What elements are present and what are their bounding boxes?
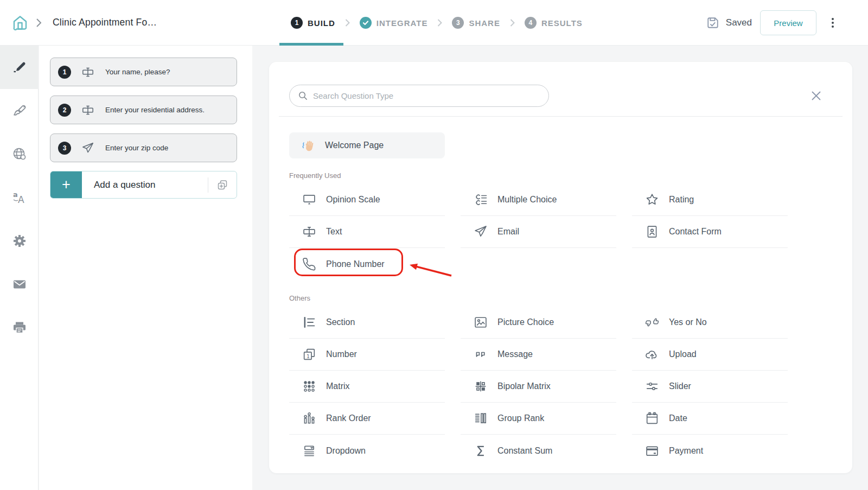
svg-text:A: A	[18, 194, 24, 205]
others-grid: Section Picture Choice	[289, 307, 788, 467]
question-type-email[interactable]: Email	[461, 216, 616, 248]
question-type-number[interactable]: 1 Number	[289, 339, 445, 371]
date-icon	[644, 411, 660, 426]
rail-item-gear-icon[interactable]	[0, 219, 39, 263]
chevron-right-icon	[437, 18, 443, 27]
rail-item-translate-icon[interactable]: a A	[0, 176, 39, 219]
step-check-icon	[360, 17, 372, 29]
red-arrow-annotation	[406, 260, 456, 278]
question-item-3[interactable]: 3 Enter your zip code	[50, 133, 237, 162]
opinion-scale-icon	[302, 192, 317, 207]
question-type-multiple-choice[interactable]: Multiple Choice	[461, 184, 616, 216]
question-type-rank-order[interactable]: Rank Order	[289, 403, 445, 435]
multiple-choice-icon	[473, 192, 488, 207]
rank-order-icon	[302, 411, 317, 426]
close-icon[interactable]	[808, 88, 824, 104]
rail-item-globe-icon[interactable]	[0, 132, 39, 176]
waving-hand-icon	[302, 138, 316, 152]
step-number-badge: 3	[452, 17, 464, 29]
kebab-menu-icon[interactable]	[828, 15, 838, 31]
text-input-icon	[81, 65, 95, 79]
message-icon	[473, 347, 488, 362]
yes-no-icon	[644, 315, 660, 330]
main-area: Welcome Page Frequently Used Opinion Sca…	[253, 46, 868, 490]
upload-icon	[644, 347, 660, 362]
text-input-icon	[81, 103, 95, 117]
frequently-used-grid: Opinion Scale Multiple Choice Rating	[289, 184, 788, 280]
rail-item-printer-icon[interactable]	[0, 306, 39, 349]
add-question-button[interactable]: +	[50, 171, 82, 199]
question-type-picture-choice[interactable]: Picture Choice	[461, 307, 616, 339]
question-label: Enter your residential address.	[105, 106, 205, 114]
section-icon	[302, 315, 317, 330]
question-type-dropdown[interactable]: Dropdown	[289, 435, 445, 467]
question-number-badge: 2	[58, 104, 71, 117]
picture-choice-icon	[473, 315, 488, 330]
question-type-group-rank[interactable]: Group Rank	[461, 403, 616, 435]
step-label: SHARE	[469, 18, 500, 28]
chevron-right-icon	[509, 18, 515, 27]
rail-item-build-pencil-icon[interactable]	[0, 46, 39, 89]
slider-icon	[644, 379, 660, 394]
dropdown-icon	[302, 443, 317, 459]
rail-item-mail-icon[interactable]	[0, 263, 39, 306]
svg-text:a: a	[13, 190, 18, 199]
search-icon	[298, 91, 308, 101]
question-type-opinion-scale[interactable]: Opinion Scale	[289, 184, 445, 216]
question-type-bipolar-matrix[interactable]: Bipolar Matrix	[461, 371, 616, 403]
group-rank-icon	[473, 411, 488, 426]
question-number-badge: 3	[58, 142, 71, 155]
question-type-contact-form[interactable]: Contact Form	[632, 216, 788, 248]
question-type-message[interactable]: Message	[461, 339, 616, 371]
add-question-label[interactable]: Add a question	[94, 180, 155, 190]
contact-form-icon	[644, 224, 660, 239]
tab-integrate[interactable]: INTEGRATE	[360, 17, 428, 29]
section-title-others: Others	[289, 294, 852, 302]
duplicate-question-icon[interactable]	[208, 171, 237, 199]
number-icon: 1	[302, 347, 317, 362]
constant-sum-icon	[473, 443, 488, 459]
welcome-page-item[interactable]: Welcome Page	[289, 132, 445, 158]
preview-button[interactable]: Preview	[760, 10, 816, 35]
save-status: Saved	[705, 15, 752, 30]
empty-grid-cell	[632, 248, 788, 280]
question-type-date[interactable]: Date	[632, 403, 788, 435]
question-item-1[interactable]: 1 Your name, please?	[50, 58, 237, 86]
question-list-panel: 1 Your name, please? 2 Enter your reside…	[39, 46, 252, 490]
active-tab-underline	[279, 43, 343, 46]
tool-rail: a A	[0, 46, 39, 490]
question-type-constant-sum[interactable]: Constant Sum	[461, 435, 616, 467]
section-title-frequently-used: Frequently Used	[289, 171, 852, 180]
phone-icon	[302, 257, 317, 272]
welcome-page-label: Welcome Page	[325, 141, 384, 150]
question-type-payment[interactable]: Payment	[632, 435, 788, 467]
step-number-badge: 4	[525, 17, 537, 29]
search-input[interactable]	[313, 91, 541, 100]
saved-label: Saved	[726, 17, 752, 28]
question-type-slider[interactable]: Slider	[632, 371, 788, 403]
question-type-rating[interactable]: Rating	[632, 184, 788, 216]
question-item-2[interactable]: 2 Enter your residential address.	[50, 96, 237, 124]
breadcrumb-form-title[interactable]: Clinic Appointment Fo…	[53, 17, 157, 28]
matrix-icon	[302, 379, 317, 394]
question-label: Enter your zip code	[105, 144, 168, 152]
tab-results[interactable]: 4 RESULTS	[525, 17, 583, 29]
rail-item-design-brush-icon[interactable]	[0, 89, 39, 132]
question-type-phone-number[interactable]: Phone Number	[289, 248, 445, 280]
tab-build[interactable]: 1 BUILD	[291, 17, 335, 29]
divider	[279, 116, 843, 117]
question-type-upload[interactable]: Upload	[632, 339, 788, 371]
empty-grid-cell	[461, 248, 616, 280]
question-type-text[interactable]: Text	[289, 216, 445, 248]
question-type-yes-or-no[interactable]: Yes or No	[632, 307, 788, 339]
step-number-badge: 1	[291, 17, 303, 29]
home-icon[interactable]	[11, 14, 29, 32]
question-type-matrix[interactable]: Matrix	[289, 371, 445, 403]
tab-share[interactable]: 3 SHARE	[452, 17, 500, 29]
question-type-section[interactable]: Section	[289, 307, 445, 339]
chevron-right-icon	[344, 18, 350, 27]
paper-plane-icon	[473, 224, 488, 239]
payment-icon	[644, 443, 660, 459]
text-input-icon	[302, 224, 317, 239]
rating-icon	[644, 192, 660, 207]
